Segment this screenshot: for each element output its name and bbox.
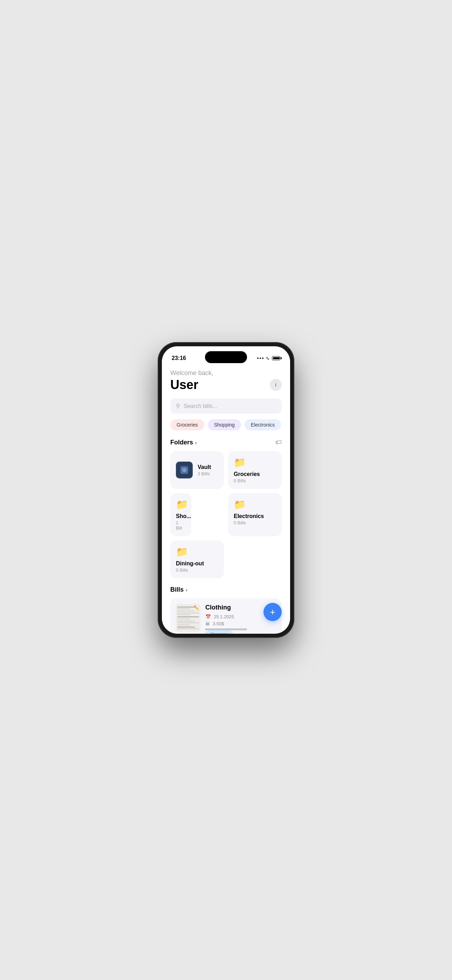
folder-vault[interactable]: Vault 3 Bills <box>170 451 224 489</box>
main-content: Welcome back, User i ⚲ Search bills... G… <box>162 365 290 634</box>
welcome-text: Welcome back, <box>170 369 282 377</box>
vault-info: Vault 3 Bills <box>197 464 211 476</box>
search-icon: ⚲ <box>176 403 180 409</box>
status-icons: ∿ <box>257 355 280 361</box>
folder-groceries-name: Groceries <box>234 471 276 477</box>
phone-screen: 23:16 ∿ Welcome back, User <box>162 346 290 634</box>
folders-grid: Vault 3 Bills 📁 Groceries 0 Bills 📁 Sho.… <box>170 451 282 578</box>
user-row: User i <box>170 377 282 392</box>
bills-section-header: Bills › <box>170 586 282 593</box>
bill-amount: 3.50$ <box>213 621 224 626</box>
search-placeholder: Search bills... <box>184 403 217 409</box>
tag-icon[interactable]: 🏷 <box>275 439 282 446</box>
info-button[interactable]: i <box>270 379 282 391</box>
bill-receipt-image: ✏️ <box>176 604 201 632</box>
status-time: 23:16 <box>172 355 186 361</box>
phone-frame: 23:16 ∿ Welcome back, User <box>158 342 294 638</box>
chip-electronics[interactable]: Electronics <box>245 419 281 430</box>
home-indicator <box>205 628 247 630</box>
folders-section-header: Folders › 🏷 <box>170 439 282 446</box>
folder-electronics[interactable]: 📁 Electronics 0 Bills <box>228 493 282 536</box>
search-bar[interactable]: ⚲ Search bills... <box>170 399 282 414</box>
bills-title[interactable]: Bills › <box>170 586 188 593</box>
svg-point-2 <box>184 469 185 471</box>
folders-title[interactable]: Folders › <box>170 439 197 446</box>
calendar-icon: 📅 <box>205 614 211 619</box>
vault-icon <box>176 461 193 479</box>
battery-icon <box>272 356 280 360</box>
username-heading: User <box>170 377 198 392</box>
bill-amount-row: 🏛 3.50$ <box>205 621 276 626</box>
folder-electronics-count: 0 Bills <box>234 520 276 525</box>
vault-count: 3 Bills <box>197 471 211 476</box>
folder-groceries[interactable]: 📁 Groceries 0 Bills <box>228 451 282 489</box>
folder-shopping-name: Sho... <box>176 513 186 519</box>
chip-groceries[interactable]: Groceries <box>170 419 204 430</box>
wifi-icon: ∿ <box>266 355 270 361</box>
folder-electronics-name: Electronics <box>234 513 276 519</box>
add-bill-fab[interactable]: + <box>264 603 282 621</box>
folders-chevron-icon: › <box>195 440 197 445</box>
folder-shopping-count: 1 Bill <box>176 520 186 531</box>
vault-name: Vault <box>197 464 211 470</box>
folder-dining-name: Dining-out <box>176 560 218 567</box>
folder-groceries-count: 0 Bills <box>234 478 276 483</box>
signal-dots-icon <box>257 358 264 359</box>
folder-shopping-icon: 📁 <box>176 499 186 510</box>
folder-groceries-icon: 📁 <box>234 457 276 468</box>
bill-tag-shopping[interactable]: Shopping <box>205 630 233 634</box>
chip-shopping[interactable]: Shopping <box>208 419 241 430</box>
folder-dining-count: 0 Bills <box>176 568 218 573</box>
dynamic-island <box>205 351 247 363</box>
bank-icon: 🏛 <box>205 621 210 626</box>
screen-content: 23:16 ∿ Welcome back, User <box>162 346 290 634</box>
folder-dining-out[interactable]: 📁 Dining-out 0 Bills <box>170 541 224 578</box>
bill-date: 25.1.2025 <box>214 614 234 619</box>
bills-chevron-icon: › <box>186 587 188 593</box>
category-chips: Groceries Shopping Electronics Dining <box>170 419 282 431</box>
folder-shopping-partial[interactable]: 📁 Sho... 1 Bill <box>170 493 191 536</box>
plus-icon: + <box>270 608 275 617</box>
pencil-icon: ✏️ <box>194 605 199 610</box>
folder-electronics-icon: 📁 <box>234 499 276 510</box>
folder-dining-icon: 📁 <box>176 546 218 558</box>
